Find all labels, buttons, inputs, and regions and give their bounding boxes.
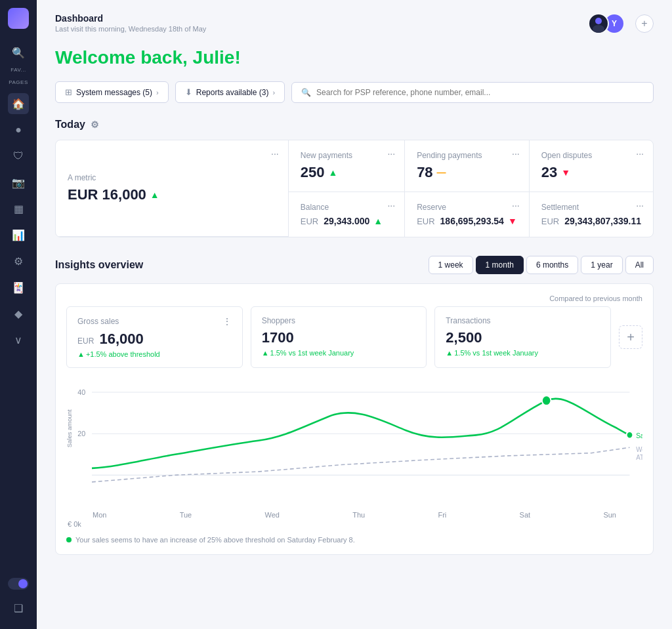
gross-sales-dots[interactable]: ⋮ — [222, 316, 232, 327]
metrics-grid: ··· A metric EUR 16,000 ▲ ··· New paymen… — [55, 140, 654, 237]
filter-all[interactable]: All — [625, 256, 654, 274]
add-button[interactable]: + — [635, 14, 654, 33]
settlement-dots[interactable]: ··· — [636, 200, 644, 211]
system-messages-label: System messages (5) — [76, 88, 152, 97]
svg-text:ATv: ATv — [636, 454, 642, 461]
chart-area: 40 20 Sales Weighted ATv Sales amount — [66, 378, 642, 510]
big-metric-card: ··· A metric EUR 16,000 ▲ — [56, 140, 289, 237]
sidebar-diamond-icon[interactable]: ◆ — [8, 303, 29, 324]
big-metric-dots[interactable]: ··· — [271, 148, 279, 159]
x-label-sat: Sat — [520, 511, 531, 519]
transactions-label: Transactions — [446, 316, 490, 325]
header-right: Y + — [588, 13, 654, 34]
theme-toggle[interactable] — [8, 578, 29, 590]
pending-payments-dots[interactable]: ··· — [512, 148, 520, 159]
transactions-value: 2,500 — [446, 329, 600, 346]
pending-payments-trend: — — [437, 167, 446, 178]
sidebar-chevron-down-icon[interactable]: ∨ — [8, 329, 29, 350]
reports-chevron: › — [272, 89, 275, 96]
pending-payments-label: Pending payments — [417, 151, 517, 160]
sidebar-dashboard-icon[interactable]: 🏠 — [8, 93, 29, 114]
filter-1week[interactable]: 1 week — [429, 256, 473, 274]
big-metric-value: EUR 16,000 ▲ — [68, 186, 276, 203]
svg-text:Sales amount: Sales amount — [66, 409, 73, 447]
shoppers-change: ▲1.5% vs 1st week January — [262, 349, 416, 357]
reserve-trend: ▼ — [508, 216, 517, 226]
shoppers-card: Shoppers 1700 ▲1.5% vs 1st week January — [251, 306, 427, 368]
svg-point-7 — [542, 396, 551, 405]
add-metric-button[interactable]: + — [619, 325, 642, 349]
sidebar-pages-label: PAGES — [9, 79, 28, 85]
avatar-1[interactable] — [588, 13, 609, 34]
svg-point-1 — [593, 25, 604, 33]
filter-1month[interactable]: 1 month — [476, 256, 524, 274]
balance-dots[interactable]: ··· — [387, 200, 395, 211]
header: Dashboard Last visit this morning, Wedne… — [55, 13, 654, 34]
search-input[interactable] — [316, 88, 644, 97]
filter-6months[interactable]: 6 months — [526, 256, 578, 274]
new-payments-trend: ▲ — [328, 167, 337, 178]
sales-chart: 40 20 Sales Weighted ATv Sales amount — [66, 378, 642, 510]
reserve-card: ··· Reserve EUR 186,695,293.54 ▼ — [405, 192, 530, 237]
filter-1year[interactable]: 1 year — [581, 256, 622, 274]
x-label-sun: Sun — [603, 511, 616, 519]
header-left: Dashboard Last visit this morning, Wedne… — [55, 13, 206, 33]
svg-point-0 — [595, 18, 602, 24]
reserve-label: Reserve — [417, 203, 517, 212]
gross-sales-label: Gross sales — [77, 317, 119, 326]
x-label-tue: Tue — [180, 511, 192, 519]
open-disputes-card: ··· Open disputes 23 ▼ — [530, 140, 653, 192]
sidebar-bottom: ❑ — [8, 578, 29, 621]
reports-button[interactable]: ⬇ Reports available (3) › — [175, 81, 285, 103]
sidebar-circle-icon[interactable]: ● — [8, 119, 29, 140]
svg-text:20: 20 — [77, 430, 85, 437]
chart-footer: Your sales seems to have an increase of … — [66, 536, 642, 544]
svg-text:40: 40 — [77, 388, 85, 396]
reserve-dots[interactable]: ··· — [512, 200, 520, 211]
open-disputes-dots[interactable]: ··· — [636, 148, 644, 159]
pending-payments-value: 78 — — [417, 164, 517, 181]
x-label-fri: Fri — [438, 511, 446, 519]
search-bar[interactable]: 🔍 — [291, 82, 654, 103]
new-payments-card: ··· New payments 250 ▲ — [289, 140, 405, 192]
insights-panel: Compared to previous month Gross sales ⋮… — [55, 283, 654, 555]
sidebar: 🔍 FAV... PAGES 🏠 ● 🛡 📷 ▦ 📊 ⚙ 🃏 ◆ ∨ ❑ — [0, 0, 37, 629]
balance-value: EUR 29,343.000 ▲ — [301, 216, 392, 226]
gross-sales-value: EUR 16,000 — [77, 331, 232, 348]
balance-label: Balance — [301, 203, 392, 212]
x-label-mon: Mon — [93, 511, 106, 519]
avatar-group: Y — [588, 13, 625, 34]
time-filters: 1 week 1 month 6 months 1 year All — [429, 256, 654, 274]
new-payments-dots[interactable]: ··· — [387, 148, 395, 159]
download-icon: ⬇ — [185, 87, 192, 97]
transactions-card: Transactions 2,500 ▲1.5% vs 1st week Jan… — [434, 306, 611, 368]
main-content: Dashboard Last visit this morning, Wedne… — [37, 0, 672, 629]
reports-label: Reports available (3) — [196, 88, 269, 97]
pending-payments-card: ··· Pending payments 78 — — [405, 140, 530, 192]
sidebar-logo[interactable] — [8, 8, 29, 29]
today-gear-icon[interactable]: ⚙ — [91, 119, 99, 130]
sidebar-grid-icon[interactable]: ▦ — [8, 198, 29, 219]
new-payments-value: 250 ▲ — [301, 164, 392, 181]
sidebar-card-icon[interactable]: 🃏 — [8, 277, 29, 298]
system-messages-button[interactable]: ⊞ System messages (5) › — [55, 81, 169, 103]
sidebar-shield-icon[interactable]: 🛡 — [8, 146, 29, 167]
action-bar: ⊞ System messages (5) › ⬇ Reports availa… — [55, 81, 654, 103]
y-zero-label: € 0k — [66, 520, 642, 528]
search-icon: 🔍 — [301, 88, 311, 97]
insight-cards-row: Gross sales ⋮ EUR 16,000 ▲+1.5% above th… — [66, 306, 642, 368]
settlement-card: ··· Settlement EUR 29,343,807,339.11 — [530, 192, 653, 237]
gross-sales-card: Gross sales ⋮ EUR 16,000 ▲+1.5% above th… — [66, 306, 243, 368]
sidebar-settings-icon[interactable]: ⚙ — [8, 251, 29, 272]
svg-point-8 — [627, 432, 633, 439]
message-icon: ⊞ — [65, 87, 72, 97]
sidebar-search-icon[interactable]: 🔍 — [8, 42, 29, 63]
sidebar-bottom-icon[interactable]: ❑ — [8, 598, 29, 619]
big-metric-label: A metric — [68, 173, 276, 182]
gross-sales-change: ▲+1.5% above threshold — [77, 350, 232, 358]
open-disputes-value: 23 ▼ — [541, 164, 641, 181]
sidebar-camera-icon[interactable]: 📷 — [8, 172, 29, 193]
sidebar-chart-icon[interactable]: 📊 — [8, 224, 29, 245]
open-disputes-label: Open disputes — [541, 151, 641, 160]
system-messages-chevron: › — [156, 89, 159, 96]
